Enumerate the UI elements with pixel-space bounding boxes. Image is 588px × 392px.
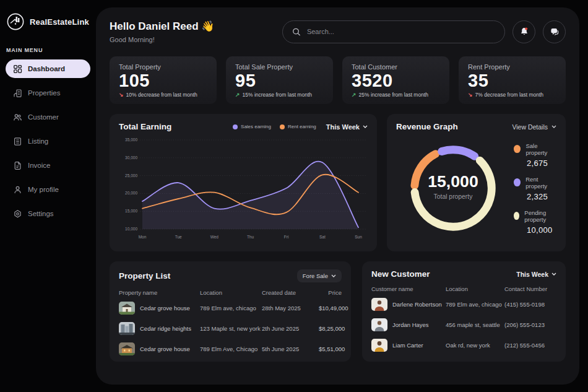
sales-earning-legend-dot (233, 124, 238, 129)
listing-icon (13, 137, 22, 146)
property-thumbnail (119, 322, 135, 335)
legend-label: Sale property (525, 142, 556, 156)
svg-text:Sat: Sat (319, 235, 326, 239)
notifications-button[interactable] (512, 20, 535, 43)
customer-range-dropdown[interactable]: This Week (516, 271, 556, 278)
stat-change: ↗15% increase from last month (235, 92, 324, 98)
stat-change: ↗25% increase from last month (352, 92, 440, 98)
stat-value: 3520 (352, 71, 440, 90)
customer-name: Darlene Robertson (392, 301, 442, 308)
customer-name: Jordan Hayes (392, 321, 429, 328)
stat-label: Total Property (119, 63, 207, 71)
legend-label: Sales earning (241, 124, 271, 129)
revenue-body: 15,000Total property Sale property 2,675… (396, 136, 556, 240)
customer-location: 456 maple st, seattle (446, 321, 504, 328)
property-price: $5,51,000 (319, 346, 345, 352)
legend-item-pending-property: Pending property 10,000 (514, 209, 556, 235)
sidebar-item-settings[interactable]: Settings (6, 204, 90, 223)
brand-logo-icon (6, 12, 25, 31)
invoice-icon (13, 161, 22, 170)
rent-property-legend-dot (514, 178, 521, 186)
customer-name: Liam Carter (392, 342, 423, 349)
property-name: Cedar grove house (140, 346, 190, 352)
chevron-down-icon (551, 125, 556, 128)
stat-label: Total Customer (352, 63, 440, 71)
table-row[interactable]: Liam Carter Oak rd, new york (212) 555-0… (371, 336, 556, 355)
table-row[interactable]: Darlene Robertson 789 Elm ave, chicago (… (371, 295, 556, 314)
stat-card-total-sale-property: Total Sale Property 95 ↗15% increase fro… (226, 56, 333, 104)
table-row[interactable]: Jordan Hayes 456 maple st, seattle (206)… (371, 315, 556, 334)
chevron-down-icon (551, 272, 556, 276)
property-date: 28th May 2025 (262, 305, 319, 311)
tables-row: Property List Fore Sale Property name Lo… (110, 261, 566, 362)
customer-phone: (415) 555-0198 (504, 301, 556, 308)
sidebar: RealEstateLink MAIN MENU Dashboard Prope… (0, 0, 96, 392)
view-details-dropdown[interactable]: View Details (512, 123, 556, 131)
panel-header: Hello Daniel Reed 👋 Good Morning! (110, 20, 566, 43)
filter-label: Fore Sale (303, 272, 328, 279)
properties-icon (13, 89, 22, 98)
sidebar-item-label: Listing (28, 137, 48, 145)
stats-row: Total Property 105 ↘10% decrease from la… (110, 56, 566, 104)
stat-value: 105 (119, 71, 207, 90)
column-header: Location (200, 289, 262, 296)
messages-button[interactable] (543, 20, 566, 43)
table-row[interactable]: Cedar ridge heights 123 Maple st, new yo… (119, 319, 342, 338)
sidebar-item-listing[interactable]: Listing (6, 132, 90, 150)
sidebar-item-dashboard[interactable]: Dashboard (6, 59, 90, 78)
sidebar-item-invoice[interactable]: Invoice (6, 156, 90, 175)
total-earning-card: Total Earning Sales earning Rent earning… (110, 114, 377, 251)
search-input[interactable] (307, 28, 495, 35)
sidebar-item-my-profile[interactable]: My profile (6, 180, 90, 199)
stat-change-text: 25% increase from last month (359, 92, 428, 98)
stat-change-text: 10% decrease from last month (126, 92, 197, 98)
earning-range-dropdown[interactable]: This Week (326, 123, 368, 131)
page-title: Hello Daniel Reed 👋 (110, 20, 215, 33)
table-row[interactable]: Cedar grove house 789 Elm ave, chicago 2… (119, 298, 342, 318)
sidebar-item-label: Settings (28, 210, 54, 217)
stat-change: ↘7% decrease from last month (468, 92, 556, 98)
card-title: New Customer (371, 269, 430, 279)
customer-table-header: Customer name Location Contact Number (371, 285, 556, 292)
trend-down-icon: ↘ (468, 92, 473, 98)
settings-icon (13, 209, 22, 219)
page: RealEstateLink MAIN MENU Dashboard Prope… (0, 0, 588, 392)
avatar (371, 339, 387, 352)
stat-change-text: 7% decrease from last month (475, 92, 544, 98)
sidebar-item-properties[interactable]: Properties (6, 84, 90, 102)
property-location: 123 Maple st, new york (200, 325, 262, 332)
legend-label: Rent earning (288, 124, 316, 129)
property-location: 789 Elm ave, chicago (200, 305, 262, 311)
profile-icon (13, 185, 22, 194)
column-header: Location (446, 285, 504, 292)
stat-card-total-customer: Total Customer 3520 ↗25% increase from l… (342, 56, 449, 104)
avatar (371, 298, 387, 311)
column-header: Property name (119, 289, 200, 296)
column-header: Contact Number (504, 285, 556, 292)
svg-text:Total property: Total property (434, 193, 473, 200)
main-panel: Hello Daniel Reed 👋 Good Morning! (96, 7, 579, 385)
legend-item-rent-property: Rent property 2,325 (514, 176, 556, 201)
range-label: This Week (516, 271, 548, 278)
search-bar[interactable] (282, 20, 505, 43)
trend-up-icon: ↗ (235, 92, 240, 98)
svg-text:Wed: Wed (210, 235, 219, 239)
sidebar-item-customer[interactable]: Customer (6, 108, 90, 126)
table-row[interactable]: Cedar grove house 789 Elm Ave, Chicago 5… (119, 339, 342, 359)
stat-value: 95 (235, 71, 324, 90)
customer-icon (13, 113, 22, 122)
column-header: Customer name (371, 285, 446, 292)
property-thumbnail (119, 342, 135, 355)
svg-text:Tue: Tue (175, 235, 182, 239)
brand-name: RealEstateLink (30, 17, 89, 27)
column-header: Created date (262, 289, 319, 296)
property-filter-dropdown[interactable]: Fore Sale (297, 269, 342, 282)
property-list-card: Property List Fore Sale Property name Lo… (110, 261, 351, 362)
property-date: 5th June 2025 (262, 346, 319, 352)
legend-item-sale-property: Sale property 2,675 (514, 142, 556, 168)
earning-line-chart: 35,00030,00025,00020,00015,00010,000MonT… (119, 135, 368, 244)
chevron-down-icon (363, 125, 368, 128)
revenue-legend: Sale property 2,675 Rent property 2,325 … (514, 142, 556, 235)
svg-text:15,000: 15,000 (125, 209, 137, 213)
search-icon (292, 27, 301, 37)
